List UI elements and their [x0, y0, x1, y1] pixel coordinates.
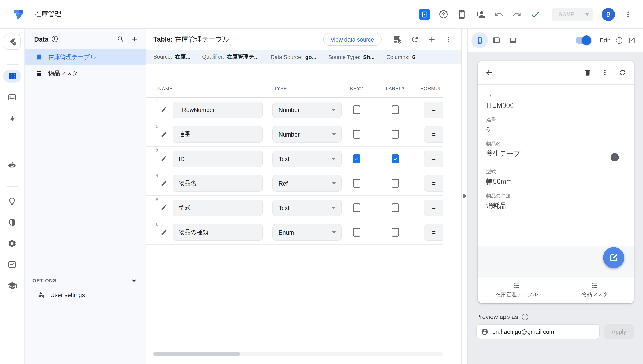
edit-column-button[interactable] — [161, 106, 167, 113]
col-header-type: TYPE — [274, 86, 287, 91]
edit-column-button[interactable] — [161, 155, 167, 162]
launch-app-button[interactable] — [4, 34, 21, 50]
detail-field: 型式 幅50mm — [486, 169, 625, 186]
table-editor-title: Table: 在庫管理テーブル — [153, 35, 230, 44]
redo-button[interactable] — [513, 10, 521, 18]
sidebar-item-views[interactable] — [0, 93, 24, 102]
table-list-item[interactable]: 在庫管理テーブル — [25, 49, 146, 65]
key-checkbox[interactable] — [353, 179, 360, 188]
column-type-select[interactable]: Text — [272, 150, 342, 167]
edit-mode-toggle[interactable] — [576, 37, 590, 44]
key-checkbox[interactable] — [353, 106, 360, 114]
sidebar-item-learn[interactable] — [0, 281, 24, 290]
device-specs-button[interactable] — [457, 10, 467, 19]
regenerate-button[interactable] — [410, 35, 419, 44]
formula-field[interactable]: = — [424, 200, 443, 216]
save-button[interactable]: SAVE — [552, 8, 582, 21]
sidebar-item-actions[interactable] — [0, 114, 24, 124]
sidebar-item-settings[interactable] — [0, 239, 24, 248]
scrollbar-thumb[interactable] — [153, 352, 240, 356]
formula-field[interactable]: = — [424, 224, 443, 240]
chevron-down-icon — [332, 231, 336, 234]
device-phone-button[interactable] — [471, 32, 488, 48]
info-icon[interactable]: i — [616, 37, 622, 44]
ref-navigate-button[interactable] — [611, 153, 619, 162]
edit-column-button[interactable] — [161, 204, 167, 211]
label-checkbox[interactable] — [391, 228, 399, 237]
sidebar-item-data[interactable] — [3, 70, 22, 83]
chevron-down-icon — [332, 206, 336, 209]
column-type-select[interactable]: Number — [272, 102, 342, 118]
edit-toggle-label: Edit — [600, 37, 610, 44]
label-checkbox[interactable] — [391, 154, 399, 163]
info-icon[interactable]: i — [521, 314, 528, 320]
info-pair: Source Type:Sh... — [328, 54, 375, 60]
formula-field[interactable]: = — [424, 126, 443, 142]
sidebar-item-intelligence[interactable] — [0, 197, 24, 206]
formula-field[interactable]: = — [424, 175, 443, 192]
column-name-field[interactable]: ID — [173, 150, 263, 167]
formula-field[interactable]: = — [424, 150, 443, 167]
plus-icon — [427, 35, 436, 44]
info-icon[interactable]: i — [52, 36, 58, 42]
view-data-source-button[interactable]: View data source — [323, 33, 381, 46]
edit-record-fab[interactable] — [603, 247, 624, 268]
left-nav-rail — [0, 29, 25, 364]
share-app-button[interactable] — [476, 10, 485, 19]
formula-field[interactable]: = — [424, 102, 443, 118]
edit-column-button[interactable] — [161, 229, 167, 236]
column-name-field[interactable]: _RowNumber — [173, 102, 263, 118]
table-row: 6 物品の種類 Enum = — [146, 220, 443, 244]
device-desktop-button[interactable] — [505, 32, 521, 48]
label-checkbox[interactable] — [391, 179, 399, 188]
sidebar-item-security[interactable] — [0, 218, 24, 227]
undo-button[interactable] — [495, 10, 503, 18]
open-preview-new-window-button[interactable] — [628, 36, 635, 44]
label-checkbox[interactable] — [391, 204, 399, 212]
column-type-select[interactable]: Number — [272, 126, 342, 142]
nav-tab[interactable]: 在庫管理テーブル — [478, 278, 556, 303]
preview-user-input[interactable]: bn.hachigo@gmail.com — [476, 324, 600, 339]
sidebar-item-manage[interactable] — [0, 260, 24, 269]
more-menu-button[interactable] — [624, 10, 632, 18]
column-type-select[interactable]: Enum — [272, 224, 342, 240]
search-tables-button[interactable] — [117, 35, 124, 43]
record-more-button[interactable] — [601, 69, 608, 76]
horizontal-scrollbar[interactable] — [153, 352, 443, 356]
column-type-select[interactable]: Text — [272, 200, 342, 216]
key-checkbox[interactable] — [353, 228, 360, 237]
table-more-button[interactable] — [445, 36, 452, 43]
add-table-button[interactable] — [131, 35, 138, 43]
key-checkbox[interactable] — [353, 154, 360, 163]
table-list-item[interactable]: 物品マスタ — [25, 65, 146, 82]
column-name-field[interactable]: 連番 — [173, 126, 263, 142]
field-label: 型式 — [486, 169, 625, 174]
user-settings-item[interactable]: User settings — [25, 288, 146, 302]
column-type-select[interactable]: Ref — [272, 175, 342, 192]
add-column-button[interactable] — [427, 35, 436, 44]
edit-column-button[interactable] — [161, 180, 167, 186]
label-checkbox[interactable] — [391, 106, 399, 114]
apply-button[interactable]: Apply — [604, 324, 634, 339]
label-checkbox[interactable] — [391, 130, 399, 139]
help-button[interactable]: ? — [439, 10, 448, 18]
edit-column-button[interactable] — [161, 131, 167, 138]
sync-button[interactable] — [618, 69, 626, 76]
key-checkbox[interactable] — [353, 204, 360, 212]
nav-tab-label: 在庫管理テーブル — [496, 291, 538, 298]
delete-record-button[interactable] — [584, 69, 591, 76]
sidebar-item-automation[interactable] — [0, 160, 24, 170]
data-source-settings-button[interactable] — [392, 34, 402, 44]
save-options-button[interactable] — [582, 8, 593, 21]
key-checkbox[interactable] — [353, 130, 360, 139]
account-avatar[interactable]: B — [602, 8, 615, 21]
column-name-field[interactable]: 型式 — [173, 200, 263, 216]
column-name-field[interactable]: 物品の種類 — [173, 224, 263, 240]
app-preview-button[interactable] — [419, 8, 430, 20]
expand-panel-arrow-icon[interactable] — [464, 194, 467, 198]
back-button[interactable] — [485, 68, 494, 77]
device-tablet-button[interactable] — [488, 32, 505, 48]
nav-tab[interactable]: 物品マスタ — [556, 278, 634, 303]
column-name-field[interactable]: 物品名 — [173, 175, 263, 192]
options-header[interactable]: OPTIONS — [25, 274, 146, 287]
